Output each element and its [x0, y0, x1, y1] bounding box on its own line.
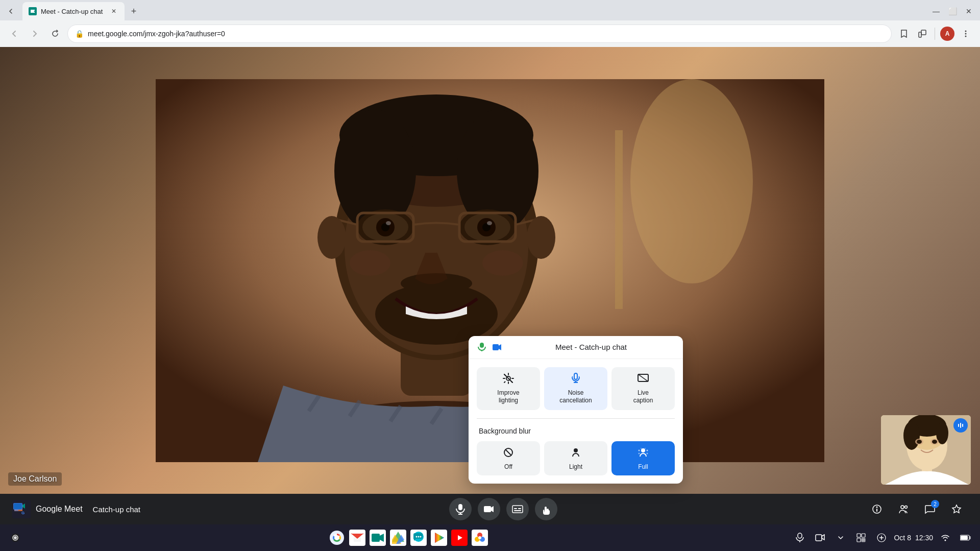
- svg-point-111: [415, 536, 417, 538]
- tab-close-button[interactable]: ✕: [109, 7, 118, 16]
- activities-button[interactable]: [945, 498, 968, 520]
- noise-cancellation-button[interactable]: Noisecancellation: [544, 367, 607, 410]
- taskbar-mic-icon[interactable]: [792, 530, 808, 546]
- meet-logo-icon: G: [12, 500, 31, 518]
- popup-blur-section: Background blur Off: [469, 419, 683, 484]
- speaking-indicator: [953, 418, 968, 433]
- url-text: meet.google.com/jmx-zgoh-jka?authuser=0: [88, 30, 884, 38]
- svg-point-4: [965, 33, 967, 35]
- taskbar-chat[interactable]: [409, 529, 428, 547]
- taskbar-drive[interactable]: [389, 529, 407, 547]
- taskbar-meet[interactable]: [369, 529, 387, 547]
- svg-point-42: [903, 421, 920, 450]
- improve-lighting-label: Improvelighting: [497, 389, 519, 405]
- taskbar-wifi-icon[interactable]: [937, 530, 953, 546]
- meeting-title-label: Catch-up chat: [93, 505, 140, 514]
- popup-effects-section: Improvelighting: [469, 359, 683, 418]
- noise-cancellation-icon: [570, 372, 582, 387]
- forward-button[interactable]: [27, 26, 43, 42]
- taskbar-play[interactable]: [430, 529, 448, 547]
- taskbar-add-icon[interactable]: [873, 530, 890, 546]
- svg-rect-8: [615, 130, 623, 309]
- active-tab[interactable]: Meet - Catch-up chat ✕: [22, 2, 125, 20]
- svg-rect-56: [14, 504, 22, 509]
- improve-lighting-button[interactable]: Improvelighting: [477, 367, 540, 410]
- camera-button[interactable]: [478, 498, 500, 520]
- tab-title: Meet - Catch-up chat: [41, 8, 105, 15]
- extensions-button[interactable]: [914, 26, 930, 42]
- content-area: Joe Carlson: [0, 47, 980, 524]
- captions-button[interactable]: [506, 498, 529, 520]
- svg-point-90: [574, 448, 578, 452]
- taskbar-photos[interactable]: [471, 529, 489, 547]
- lock-icon: 🔒: [75, 30, 84, 38]
- svg-point-91: [641, 448, 645, 452]
- svg-rect-2: [921, 30, 926, 35]
- refresh-button[interactable]: [47, 26, 63, 42]
- taskbar-left: [6, 529, 24, 547]
- svg-point-120: [478, 536, 481, 539]
- close-button[interactable]: ✕: [962, 4, 976, 18]
- blur-light-label: Light: [569, 463, 582, 470]
- taskbar-record-icon[interactable]: [6, 529, 24, 547]
- svg-rect-133: [961, 536, 968, 540]
- taskbar-gmail[interactable]: [348, 529, 366, 547]
- tab-favicon: [29, 7, 37, 15]
- svg-line-80: [504, 381, 505, 382]
- svg-point-113: [420, 536, 421, 538]
- right-controls: 2: [866, 498, 968, 520]
- background-blur-title: Background blur: [477, 427, 675, 435]
- svg-point-93: [647, 450, 648, 451]
- svg-point-33: [350, 250, 390, 276]
- participant-name-label: Joe Carlson: [8, 472, 62, 486]
- svg-point-131: [945, 540, 946, 541]
- blur-options-row: Off Light: [477, 441, 675, 475]
- blur-full-button[interactable]: Full: [611, 441, 675, 475]
- profile-avatar: A: [940, 27, 954, 41]
- svg-rect-57: [458, 504, 462, 510]
- taskbar-time: 12:30: [915, 534, 933, 542]
- popup-header: Meet - Catch-up chat: [469, 336, 683, 359]
- svg-rect-67: [876, 509, 877, 512]
- bookmark-button[interactable]: [896, 26, 912, 42]
- live-caption-button[interactable]: Livecaption: [611, 367, 675, 410]
- taskbar-youtube[interactable]: [450, 529, 469, 547]
- url-bar[interactable]: 🔒 meet.google.com/jmx-zgoh-jka?authuser=…: [67, 25, 892, 43]
- svg-rect-125: [862, 534, 865, 537]
- menu-button[interactable]: [958, 26, 974, 42]
- profile-button[interactable]: A: [939, 26, 955, 42]
- svg-point-112: [418, 536, 419, 538]
- info-button[interactable]: [866, 498, 888, 520]
- svg-rect-127: [862, 538, 865, 542]
- svg-point-7: [630, 79, 753, 283]
- svg-rect-123: [816, 535, 822, 541]
- taskbar-chrome[interactable]: [328, 529, 346, 547]
- raise-hand-button[interactable]: [535, 498, 557, 520]
- svg-rect-107: [372, 534, 380, 542]
- people-button[interactable]: [892, 498, 915, 520]
- chat-badge: 2: [931, 500, 939, 508]
- taskbar-settings-icon[interactable]: [853, 530, 869, 546]
- blur-light-button[interactable]: Light: [544, 441, 607, 475]
- blur-off-button[interactable]: Off: [477, 441, 540, 475]
- taskbar-battery-icon[interactable]: [958, 530, 974, 546]
- toolbar-icons: A: [896, 26, 974, 42]
- chat-button[interactable]: 2: [919, 498, 941, 520]
- new-tab-button[interactable]: +: [127, 4, 141, 18]
- svg-point-47: [932, 440, 937, 444]
- back-button[interactable]: [6, 26, 22, 42]
- svg-point-101: [14, 536, 17, 539]
- popup-title-text: Meet - Catch-up chat: [507, 343, 675, 351]
- tab-chevron-left[interactable]: [4, 4, 18, 18]
- microphone-button[interactable]: [449, 498, 472, 520]
- svg-rect-134: [969, 536, 971, 539]
- svg-rect-126: [857, 538, 861, 542]
- svg-line-87: [639, 374, 647, 381]
- svg-line-81: [504, 374, 512, 382]
- maximize-button[interactable]: ⬜: [945, 4, 960, 18]
- taskbar-camera-icon[interactable]: [812, 530, 828, 546]
- minimize-button[interactable]: —: [929, 4, 943, 18]
- svg-point-36: [527, 216, 555, 259]
- svg-point-69: [905, 506, 908, 509]
- taskbar-chevron-down-icon[interactable]: [832, 530, 849, 546]
